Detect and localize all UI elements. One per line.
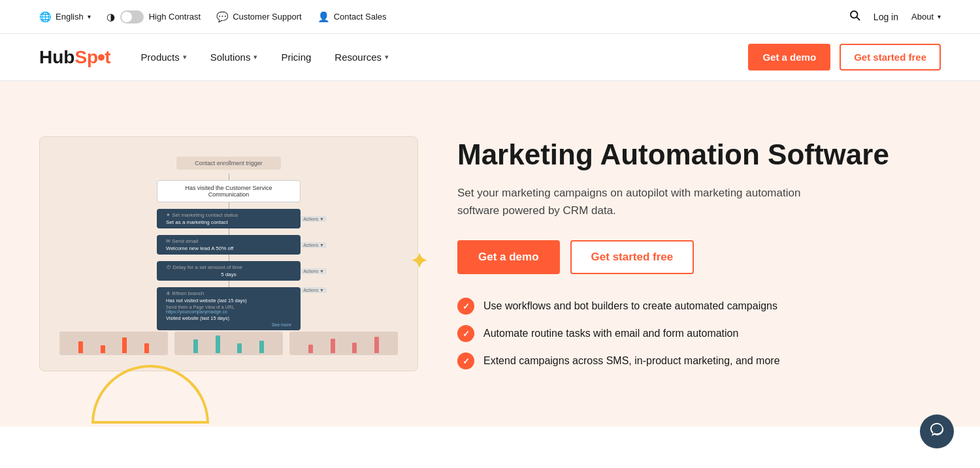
- nav-item-pricing[interactable]: Pricing: [281, 52, 311, 63]
- customer-support-label: Customer Support: [233, 12, 302, 22]
- strip-thumb-3: [289, 332, 398, 355]
- contact-sales-label: Contact Sales: [334, 12, 387, 22]
- top-bar-left: 🌐 English ▾ ◑ High Contrast 💬 Customer S…: [39, 10, 387, 23]
- about-chevron: ▾: [938, 13, 941, 20]
- feature-item-3: ✓ Extend campaigns across SMS, in-produc…: [457, 352, 941, 369]
- language-label: English: [56, 12, 84, 22]
- person-icon: 👤: [318, 11, 330, 23]
- globe-icon: 🌐: [39, 11, 52, 23]
- chat-bubble-icon: 💬: [216, 11, 229, 23]
- high-contrast-toggle[interactable]: ◑ High Contrast: [106, 10, 201, 23]
- feature-text-1: Use workflows and bot builders to create…: [483, 300, 777, 312]
- logo[interactable]: HubSpt: [39, 47, 111, 68]
- customer-support-link[interactable]: 💬 Customer Support: [216, 11, 302, 23]
- feature-text-2: Automate routine tasks with email and fo…: [483, 328, 738, 339]
- search-icon[interactable]: [849, 9, 860, 24]
- svg-line-1: [857, 17, 859, 20]
- resources-chevron: ▾: [385, 53, 389, 61]
- check-icon-2: ✓: [457, 325, 474, 342]
- contrast-icon: ◑: [106, 11, 115, 23]
- check-icon-1: ✓: [457, 298, 474, 315]
- hero-free-button[interactable]: Get started free: [570, 240, 694, 274]
- feature-list: ✓ Use workflows and bot builders to crea…: [457, 298, 941, 369]
- hero-title: Marketing Automation Software: [457, 138, 941, 172]
- top-bar: 🌐 English ▾ ◑ High Contrast 💬 Customer S…: [0, 0, 980, 34]
- feature-item-2: ✓ Automate routine tasks with email and …: [457, 325, 941, 342]
- half-circle-decoration: [91, 365, 209, 424]
- feature-item-1: ✓ Use workflows and bot builders to crea…: [457, 298, 941, 315]
- workflow-diagram: Contact enrollment trigger Has visited t…: [53, 150, 404, 358]
- nav-item-products[interactable]: Products ▾: [141, 52, 187, 63]
- nav-right: Get a demo Get started free: [748, 44, 941, 70]
- high-contrast-label: High Contrast: [149, 12, 201, 22]
- nav-left: HubSpt Products ▾ Solutions ▾ Pricing Re…: [39, 47, 389, 68]
- nav-item-solutions[interactable]: Solutions ▾: [210, 52, 258, 63]
- nav-demo-button[interactable]: Get a demo: [748, 44, 830, 70]
- main-nav: HubSpt Products ▾ Solutions ▾ Pricing Re…: [0, 34, 980, 81]
- language-selector[interactable]: 🌐 English ▾: [39, 11, 91, 23]
- nav-free-button[interactable]: Get started free: [840, 44, 941, 70]
- hero-subtitle: Set your marketing campaigns on autopilo…: [457, 184, 836, 219]
- chat-widget-icon: [929, 422, 945, 427]
- products-label: Products: [141, 52, 180, 63]
- feature-text-3: Extend campaigns across SMS, in-product …: [483, 355, 780, 367]
- contrast-toggle-switch[interactable]: [120, 10, 144, 23]
- products-chevron: ▾: [183, 53, 187, 61]
- language-chevron: ▾: [88, 13, 91, 20]
- wf-header: Contact enrollment trigger: [176, 157, 281, 170]
- logo-text: HubSpt: [39, 47, 111, 68]
- solutions-chevron: ▾: [253, 53, 257, 61]
- hero-content: Marketing Automation Software Set your m…: [457, 138, 941, 370]
- check-icon-3: ✓: [457, 352, 474, 369]
- nav-item-resources[interactable]: Resources ▾: [335, 52, 389, 63]
- solutions-label: Solutions: [210, 52, 251, 63]
- login-link[interactable]: Log in: [874, 12, 898, 22]
- resources-label: Resources: [335, 52, 382, 63]
- sparkle-gold: ✦: [410, 249, 428, 273]
- contact-sales-link[interactable]: 👤 Contact Sales: [318, 11, 387, 23]
- pricing-label: Pricing: [281, 52, 311, 63]
- hero-screenshot: Contact enrollment trigger Has visited t…: [39, 136, 418, 371]
- about-label: About: [911, 12, 934, 22]
- hero-image-area: ✦ ✦ Contact enrollment trigger Has visit…: [39, 136, 418, 371]
- hero-buttons: Get a demo Get started free: [457, 240, 941, 274]
- strip-thumb-1: [59, 332, 168, 355]
- top-bar-right: Log in About ▾: [849, 9, 941, 24]
- hero-demo-button[interactable]: Get a demo: [457, 240, 560, 274]
- hero-section: ✦ ✦ Contact enrollment trigger Has visit…: [0, 81, 980, 427]
- strip-thumb-2: [174, 332, 283, 355]
- about-link[interactable]: About ▾: [911, 12, 941, 22]
